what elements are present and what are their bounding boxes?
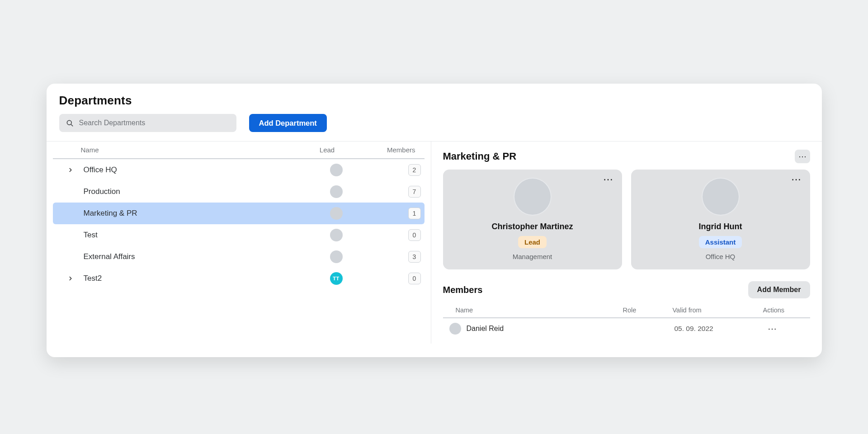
mcol-actions: Actions — [763, 307, 808, 314]
member-more-button[interactable]: ⋯ — [765, 323, 779, 335]
department-members-count: 7 — [370, 186, 425, 198]
more-horizontal-icon: ⋯ — [798, 151, 807, 161]
department-lead: TT — [302, 272, 370, 285]
member-name: Daniel Reid — [467, 325, 504, 333]
mcol-role: Role — [623, 307, 673, 314]
member-valid-from: 05. 09. 2022 — [675, 325, 765, 333]
detail-more-button[interactable]: ⋯ — [795, 150, 810, 163]
person-subtitle: Management — [513, 253, 552, 260]
content-columns: Name Lead Members Office HQ2Production7M… — [47, 142, 822, 344]
chevron-right-icon[interactable] — [65, 167, 76, 173]
department-row[interactable]: Test2TT0 — [53, 268, 425, 289]
svg-line-1 — [71, 124, 73, 126]
avatar — [330, 164, 343, 176]
avatar — [330, 207, 343, 220]
detail-title: Marketing & PR — [443, 151, 517, 162]
department-name[interactable]: Test — [76, 231, 302, 240]
detail-header: Marketing & PR ⋯ — [443, 150, 810, 163]
avatar — [514, 178, 552, 216]
department-members-count: 0 — [370, 229, 425, 241]
person-subtitle: Office HQ — [706, 253, 736, 260]
department-name[interactable]: External Affairs — [76, 252, 302, 261]
departments-table-header: Name Lead Members — [53, 142, 425, 159]
department-members-count: 0 — [370, 273, 425, 284]
add-member-button[interactable]: Add Member — [748, 281, 810, 298]
page-title: Departments — [59, 94, 809, 108]
count-badge: 1 — [408, 208, 421, 219]
department-row[interactable]: Test0 — [53, 224, 425, 246]
leadership-cards: ⋯Christopher MartinezLeadManagement⋯Ingr… — [443, 170, 810, 269]
department-name[interactable]: Test2 — [76, 274, 302, 283]
search-field[interactable] — [59, 114, 236, 132]
more-horizontal-icon: ⋯ — [603, 174, 613, 185]
more-horizontal-icon: ⋯ — [791, 174, 801, 185]
department-members-count: 2 — [370, 164, 425, 176]
count-badge: 0 — [408, 229, 421, 241]
departments-list: Name Lead Members Office HQ2Production7M… — [47, 142, 431, 344]
count-badge: 2 — [408, 164, 421, 176]
department-lead — [302, 164, 370, 176]
department-members-count: 1 — [370, 208, 425, 219]
search-icon — [66, 119, 74, 127]
person-name: Ingrid Hunt — [699, 222, 742, 231]
header-controls: Add Department — [59, 114, 809, 132]
department-detail: Marketing & PR ⋯ ⋯Christopher MartinezLe… — [431, 142, 822, 344]
department-lead — [302, 250, 370, 263]
avatar-initials: TT — [330, 272, 343, 285]
department-name[interactable]: Marketing & PR — [76, 209, 302, 218]
role-chip: Assistant — [699, 236, 742, 248]
card-more-button[interactable]: ⋯ — [600, 174, 616, 185]
member-row: Daniel Reid05. 09. 2022⋯ — [443, 318, 810, 339]
members-table-body: Daniel Reid05. 09. 2022⋯ — [443, 318, 810, 339]
panel-header: Departments Add Department — [47, 84, 822, 142]
department-row[interactable]: Production7 — [53, 181, 425, 203]
avatar — [702, 178, 740, 216]
count-badge: 7 — [408, 186, 421, 198]
members-header: Members Add Member — [443, 281, 810, 298]
member-name-cell: Daniel Reid — [443, 323, 625, 335]
department-row[interactable]: Office HQ2 — [53, 159, 425, 181]
department-lead — [302, 229, 370, 241]
member-actions: ⋯ — [765, 323, 810, 335]
avatar — [330, 229, 343, 241]
department-lead — [302, 185, 370, 198]
count-badge: 3 — [408, 251, 421, 263]
leadership-card: ⋯Ingrid HuntAssistantOffice HQ — [631, 170, 810, 269]
department-members-count: 3 — [370, 251, 425, 263]
departments-table-body: Office HQ2Production7Marketing & PR1Test… — [53, 159, 425, 289]
chevron-right-icon[interactable] — [65, 275, 76, 282]
department-row[interactable]: External Affairs3 — [53, 246, 425, 268]
col-lead: Lead — [293, 146, 361, 154]
card-more-button[interactable]: ⋯ — [788, 174, 804, 185]
department-lead — [302, 207, 370, 220]
mcol-name: Name — [445, 307, 623, 314]
search-input[interactable] — [78, 118, 230, 127]
department-name[interactable]: Office HQ — [76, 165, 302, 175]
more-horizontal-icon: ⋯ — [768, 324, 777, 334]
members-heading: Members — [443, 285, 483, 295]
col-members: Members — [361, 146, 415, 154]
col-name: Name — [62, 146, 293, 154]
role-chip: Lead — [518, 236, 547, 248]
avatar — [330, 185, 343, 198]
add-department-button[interactable]: Add Department — [249, 114, 327, 132]
mcol-valid: Valid from — [673, 307, 763, 314]
count-badge: 0 — [408, 273, 421, 284]
leadership-card: ⋯Christopher MartinezLeadManagement — [443, 170, 622, 269]
members-table-header: Name Role Valid from Actions — [443, 303, 810, 318]
department-name[interactable]: Production — [76, 187, 302, 196]
person-name: Christopher Martinez — [491, 222, 573, 231]
avatar — [449, 323, 461, 335]
departments-panel: Departments Add Department Name Lead Mem… — [47, 84, 822, 357]
department-row[interactable]: Marketing & PR1 — [53, 203, 425, 224]
avatar — [330, 250, 343, 263]
